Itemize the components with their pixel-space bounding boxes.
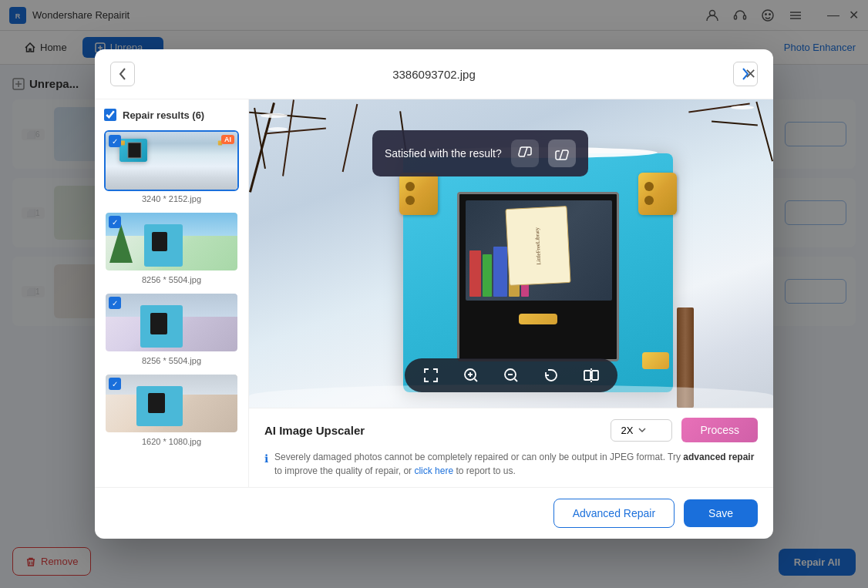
process-label: Process: [700, 424, 739, 436]
thumb-up-button[interactable]: [548, 139, 576, 167]
fullscreen-icon[interactable]: [420, 365, 442, 386]
modal-overlay: 3386093702.jpg ✕ Repair results (6): [0, 0, 868, 588]
modal-header: 3386093702.jpg ✕: [95, 49, 773, 99]
thumb-label-4: 1620 * 1080.jpg: [104, 437, 239, 446]
modal-body: Repair results (6): [95, 99, 773, 487]
thumb-check-3: ✓: [109, 297, 121, 309]
save-button[interactable]: Save: [684, 499, 758, 527]
thumb-wrapper-3: ✓: [104, 292, 239, 353]
image-toolbar: [405, 358, 617, 392]
thumb-check-1: ✓: [109, 135, 121, 147]
upscaler-row: AI Image Upscaler 2X Process: [264, 418, 758, 442]
flip-icon[interactable]: [580, 365, 602, 386]
image-panel: LittleFreeLibrary Satisfied with the res…: [249, 99, 773, 487]
svg-rect-15: [584, 371, 590, 380]
info-mid: to improve the quality of repair, or: [274, 465, 414, 476]
process-button[interactable]: Process: [681, 418, 758, 442]
image-container: LittleFreeLibrary Satisfied with the res…: [249, 99, 773, 408]
thumb-check-2: ✓: [109, 216, 121, 228]
panel-header: Repair results (6): [104, 109, 239, 121]
advanced-repair-label: Advanced Repair: [573, 507, 655, 519]
hinge-top-right: [638, 173, 677, 215]
thumb-image-2: ✓: [106, 213, 237, 270]
thumbnail-item-2[interactable]: ✓ 8256 * 5504.jpg: [104, 211, 239, 284]
thumb-wrapper-2: ✓: [104, 211, 239, 272]
zoom-out-icon[interactable]: [500, 365, 522, 386]
thumb-check-4: ✓: [109, 378, 121, 390]
svg-rect-16: [592, 371, 598, 380]
thumb-label-1: 3240 * 2152.jpg: [104, 194, 239, 203]
modal-actions: Advanced Repair Save: [95, 487, 773, 539]
thumb-wrapper-4: ✓: [104, 373, 239, 434]
info-before: Severely damaged photos cannot be comple…: [274, 452, 683, 462]
upscaler-label: AI Image Upscaler: [264, 424, 611, 437]
upscaler-select[interactable]: 2X: [611, 419, 672, 442]
thumb-ai-badge-1: AI: [221, 135, 234, 144]
info-text: Severely damaged photos cannot be comple…: [274, 450, 758, 478]
bottom-latch: [642, 352, 669, 369]
app-window: R Wondershare Repairit: [0, 0, 868, 588]
thumb-wrapper-1: ✓ AI: [104, 130, 239, 191]
zoom-in-icon[interactable]: [460, 365, 482, 386]
modal-filename: 3386093702.jpg: [144, 68, 724, 81]
thumb-image-3: ✓: [106, 294, 237, 351]
advanced-repair-button[interactable]: Advanced Repair: [553, 499, 675, 528]
modal-close-button[interactable]: ✕: [739, 63, 761, 85]
upscaler-value: 2X: [621, 425, 633, 436]
thumbnail-item-3[interactable]: ✓ 8256 * 5504.jpg: [104, 292, 239, 365]
thumbnail-item-4[interactable]: ✓ 1620 * 1080.jpg: [104, 373, 239, 446]
modal-dialog: 3386093702.jpg ✕ Repair results (6): [95, 49, 773, 539]
info-row: ℹ Severely damaged photos cannot be comp…: [264, 450, 758, 478]
info-icon: ℹ: [264, 451, 268, 467]
thumb-down-button[interactable]: [511, 139, 539, 167]
thumb-label-3: 8256 * 5504.jpg: [104, 356, 239, 365]
thumbnail-item-1[interactable]: ✓ AI 3240 * 2152.jpg: [104, 130, 239, 203]
satisfied-tooltip: Satisfied with the result?: [372, 130, 588, 176]
select-all-checkbox[interactable]: [104, 109, 116, 121]
thumb-label-2: 8256 * 5504.jpg: [104, 275, 239, 284]
panel-title: Repair results (6): [123, 109, 204, 121]
satisfied-text: Satisfied with the result?: [385, 147, 502, 160]
rotate-icon[interactable]: [540, 365, 562, 386]
save-label: Save: [708, 507, 733, 519]
modal-prev-button[interactable]: [110, 62, 135, 86]
thumbnail-panel: Repair results (6): [95, 99, 249, 487]
door-handle: [519, 314, 557, 324]
library-sign: LittleFreeLibrary: [505, 206, 570, 286]
modal-bottom: AI Image Upscaler 2X Process: [249, 408, 773, 487]
info-click-here-link[interactable]: click here: [414, 465, 453, 476]
info-advanced-link[interactable]: advanced repair: [683, 452, 754, 462]
hinge-top-left: [399, 173, 438, 215]
thumb-image-1: ✓ AI: [106, 132, 237, 190]
thumb-image-4: ✓: [106, 375, 237, 432]
info-after: to report to us.: [453, 465, 516, 476]
